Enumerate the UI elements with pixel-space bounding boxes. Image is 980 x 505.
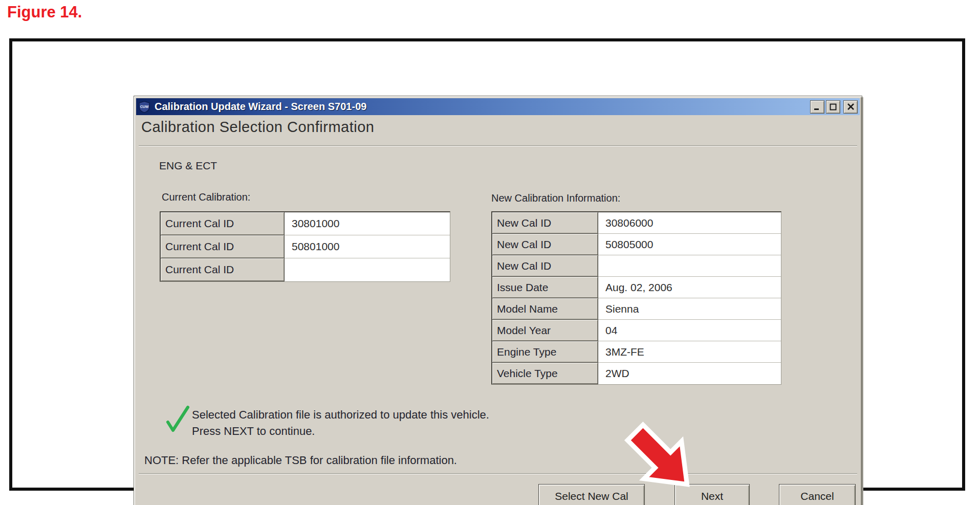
table-row: New Cal ID (492, 255, 781, 277)
row-value: 30801000 (285, 212, 450, 235)
status-line-1: Selected Calibration file is authorized … (192, 407, 489, 423)
row-label: Vehicle Type (492, 363, 598, 384)
row-label: New Cal ID (492, 234, 598, 255)
footer-divider (139, 473, 857, 474)
row-value: 50805000 (598, 234, 781, 255)
calibration-update-wizard-window: CUW Calibration Update Wizard - Screen S… (134, 96, 862, 505)
row-label: Issue Date (492, 277, 598, 298)
table-row: Engine Type 3MZ-FE (492, 341, 781, 363)
table-row: Current Cal ID 30801000 (160, 212, 450, 235)
new-calibration-table: New Cal ID 30806000 New Cal ID 50805000 … (491, 211, 781, 385)
row-label: Model Name (492, 298, 598, 320)
select-new-cal-button[interactable]: Select New Cal (538, 484, 645, 505)
table-row: Model Name Sienna (492, 298, 781, 320)
row-label: New Cal ID (492, 212, 598, 234)
table-row: New Cal ID 50805000 (492, 234, 781, 255)
green-check-icon (165, 405, 190, 433)
row-value: 04 (598, 320, 781, 341)
close-button[interactable] (843, 100, 858, 114)
row-label: Engine Type (492, 341, 598, 363)
table-row: New Cal ID 30806000 (492, 212, 781, 234)
row-value: 3MZ-FE (598, 341, 781, 363)
maximize-icon (830, 103, 837, 111)
figure-frame: CUW Calibration Update Wizard - Screen S… (9, 38, 965, 491)
row-value: 30806000 (598, 212, 781, 234)
title-bar[interactable]: CUW Calibration Update Wizard - Screen S… (136, 98, 860, 115)
status-message: Selected Calibration file is authorized … (192, 407, 489, 440)
row-value: Sienna (598, 298, 781, 320)
cuw-shield-icon: CUW (138, 101, 150, 113)
figure-caption: Figure 14. (7, 3, 82, 21)
row-label: Current Cal ID (160, 235, 285, 258)
table-row: Current Cal ID (160, 258, 450, 281)
note-text: NOTE: Refer the applicable TSB for calib… (144, 454, 457, 467)
row-label: New Cal ID (492, 255, 598, 277)
row-value: 2WD (598, 363, 781, 384)
row-label: Model Year (492, 320, 598, 341)
current-calibration-table: Current Cal ID 30801000 Current Cal ID 5… (160, 211, 450, 282)
close-icon (847, 103, 855, 111)
current-calibration-label: Current Calibration: (162, 191, 250, 203)
table-row: Model Year 04 (492, 320, 781, 341)
status-line-2: Press NEXT to continue. (192, 423, 489, 440)
row-value (285, 258, 450, 281)
window-title: Calibration Update Wizard - Screen S701-… (155, 101, 809, 113)
row-label: Current Cal ID (160, 258, 285, 281)
minimize-icon (814, 103, 821, 111)
row-value: Aug. 02, 2006 (598, 277, 781, 298)
next-button[interactable]: Next (674, 484, 750, 505)
page-title: Calibration Selection Confirmation (141, 119, 374, 136)
cancel-button[interactable]: Cancel (779, 484, 856, 505)
table-row: Issue Date Aug. 02, 2006 (492, 277, 781, 298)
row-value: 50801000 (285, 235, 450, 258)
table-row: Vehicle Type 2WD (492, 363, 781, 384)
row-label: Current Cal ID (160, 212, 285, 235)
new-calibration-label: New Calibration Information: (491, 192, 620, 204)
minimize-button[interactable] (810, 100, 824, 114)
svg-text:CUW: CUW (140, 105, 149, 108)
system-label: ENG & ECT (159, 160, 217, 172)
table-row: Current Cal ID 50801000 (160, 235, 450, 258)
heading-divider (139, 145, 857, 146)
maximize-button[interactable] (826, 100, 840, 114)
row-value (598, 255, 781, 277)
